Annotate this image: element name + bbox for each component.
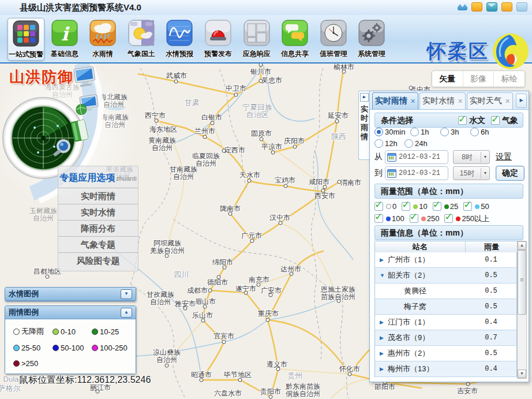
checkbox-checked-icon[interactable] [433, 202, 441, 211]
from-hour-select[interactable]: 8时 ▼ [453, 150, 490, 164]
condition-check[interactable]: 水文 [458, 113, 485, 127]
mail-icon[interactable] [486, 2, 497, 12]
checkbox-checked-icon[interactable] [402, 202, 410, 211]
toolbar-button-emergency-response[interactable]: 应急响应 [239, 18, 275, 59]
toolbar-button-basic-info[interactable]: i 基础信息 [47, 18, 83, 59]
toolbar-button-meteo-land[interactable]: 气象国土 [123, 18, 159, 59]
expand-arrow-icon[interactable]: ▶ [380, 335, 388, 341]
duration-option[interactable]: 3h [440, 126, 470, 137]
expand-arrow-icon[interactable]: ▶ [380, 366, 388, 372]
rain-range-option[interactable]: 250以上 [444, 212, 489, 225]
table-scrollbar[interactable]: ▲ ▼ [517, 241, 527, 379]
toolbar-button-water-forecast[interactable]: 水情预报 [162, 18, 197, 59]
table-row[interactable]: 梅子窝0.5 [374, 299, 517, 315]
radio-icon[interactable] [470, 128, 479, 136]
radio-icon[interactable] [440, 128, 449, 136]
collapse-arrow-icon[interactable]: ▼ [380, 273, 388, 278]
checkbox-checked-icon[interactable] [458, 116, 467, 125]
tab-realtime-water[interactable]: 实时水情✕ [419, 92, 466, 109]
duration-option[interactable]: 6h [470, 126, 500, 137]
radio-icon[interactable] [410, 128, 419, 136]
settings-link[interactable]: 设置 [496, 152, 512, 162]
checkbox-checked-icon[interactable] [410, 214, 418, 223]
checkbox-checked-icon[interactable] [374, 214, 383, 223]
from-date-field[interactable]: 2012-03-21 [385, 150, 448, 164]
chevron-down-icon[interactable]: ▼ [481, 152, 489, 162]
duration-option[interactable]: 12h [374, 137, 404, 149]
to-hour-select[interactable]: 15时 ▼ [453, 166, 490, 180]
expand-toggle-icon[interactable]: ▼ [121, 289, 132, 299]
tab-scroll-right-icon[interactable]: ▶ [516, 94, 527, 108]
table-row[interactable]: ▶茂名市（9）0.7 [374, 330, 517, 346]
map-type-imagery[interactable]: 影像 [463, 71, 494, 87]
menu-item-3[interactable]: 降雨分布 [58, 221, 138, 237]
map-city-dot [269, 293, 273, 297]
menu-item-5[interactable]: 风险图专题 [58, 253, 138, 269]
expand-arrow-icon[interactable]: ▶ [380, 257, 388, 263]
panel-collapse-strip[interactable]: ▶ 实 时 雨 情 [358, 91, 370, 160]
condition-check[interactable]: 气象 [491, 113, 518, 127]
tab-realtime-rain[interactable]: 实时雨情✕ [372, 92, 418, 109]
to-date-field[interactable]: 2012-03-21 [385, 166, 448, 180]
checkbox-checked-icon[interactable] [491, 116, 500, 125]
table-row[interactable]: ▼韶关市（2）0.5 [374, 268, 517, 284]
toolbar-button-duty-management[interactable]: 值班管理 [316, 18, 351, 59]
menu-item-1[interactable]: 实时雨情 [58, 188, 138, 204]
checkbox-checked-icon[interactable] [444, 214, 453, 223]
table-row[interactable]: ▶江门市（1）0.4 [374, 315, 517, 330]
map-city-dot [250, 239, 254, 243]
rain-range-option[interactable]: 50 [463, 200, 489, 212]
table-row[interactable]: ▶惠州市（2）0.5 [374, 346, 517, 361]
card-icon[interactable] [501, 2, 512, 12]
rain-range-option[interactable]: 250 [410, 212, 440, 225]
toolbar-button-system-management[interactable]: 系统管理 [354, 18, 389, 59]
duration-option[interactable]: 1h [410, 126, 440, 137]
expand-arrow-icon[interactable]: ▶ [380, 350, 388, 356]
checkbox-checked-icon[interactable] [374, 202, 383, 211]
toolbar-button-info-share[interactable]: 信息共享 [277, 18, 313, 59]
legend-label: 25-50 [21, 344, 40, 352]
menu-item-2[interactable]: 实时水情 [58, 204, 138, 221]
table-row[interactable]: 黄腾径0.5 [374, 284, 517, 299]
toolbar-button-onestop-warning[interactable]: 一站式预警 [8, 18, 44, 61]
legend-label: 100-250 [100, 344, 128, 352]
table-row[interactable]: ▶广州市（1）0.1 [374, 252, 517, 268]
rain-legend-panel: 雨情图例 ▲ 无降雨0-1010-2525-5050-100100-250>25… [5, 305, 136, 374]
chevron-down-icon[interactable]: ▼ [481, 168, 489, 178]
panel-expand-icon[interactable]: ▶ [360, 93, 369, 102]
calendar-icon[interactable] [387, 169, 396, 178]
legend-label: 0-10 [61, 327, 76, 336]
radio-icon[interactable] [404, 139, 413, 148]
scrollbar-thumb[interactable] [518, 250, 526, 315]
checkbox-checked-icon[interactable] [463, 202, 472, 211]
wave-icon[interactable] [458, 2, 467, 10]
tab-realtime-weather[interactable]: 实时天气✕ [467, 92, 513, 109]
close-icon[interactable]: ✕ [505, 98, 510, 104]
radio-icon[interactable] [374, 128, 383, 136]
close-icon[interactable]: ✕ [458, 98, 463, 104]
stamp-icon[interactable] [471, 2, 482, 12]
map-type-plot[interactable]: 标绘 [493, 71, 524, 87]
map-city-dot [269, 395, 273, 399]
duration-option[interactable]: 24h [404, 137, 434, 149]
radio-icon[interactable] [374, 139, 383, 148]
duration-option[interactable]: 30min [374, 126, 410, 137]
map-type-vector[interactable]: 矢量 [432, 71, 463, 87]
rain-legend-header[interactable]: 雨情图例 ▲ [5, 306, 136, 319]
table-row[interactable]: ▶梅州市（13）0.4 [374, 361, 517, 377]
rain-range-option[interactable]: 100 [374, 212, 404, 225]
confirm-button[interactable]: 确定 [496, 166, 524, 181]
toolbar-button-rain-water[interactable]: 水雨情 [85, 18, 121, 59]
toolbar-button-warning-release[interactable]: 预警发布 [200, 18, 236, 59]
scroll-down-icon[interactable]: ▼ [518, 370, 526, 378]
level-dot-icon [475, 204, 479, 209]
calendar-icon[interactable] [387, 153, 396, 162]
water-legend-header[interactable]: 水情图例 ▼ [5, 288, 136, 301]
menu-item-4[interactable]: 气象专题 [58, 237, 138, 253]
photo-icon[interactable] [516, 2, 527, 12]
close-icon[interactable]: ✕ [410, 98, 415, 104]
to-row: 到 2012-03-21 15时 ▼ 确定 [374, 166, 524, 180]
expand-arrow-icon[interactable]: ▶ [380, 319, 388, 325]
collapse-toggle-icon[interactable]: ▲ [121, 308, 132, 318]
scroll-up-icon[interactable]: ▲ [518, 241, 526, 250]
